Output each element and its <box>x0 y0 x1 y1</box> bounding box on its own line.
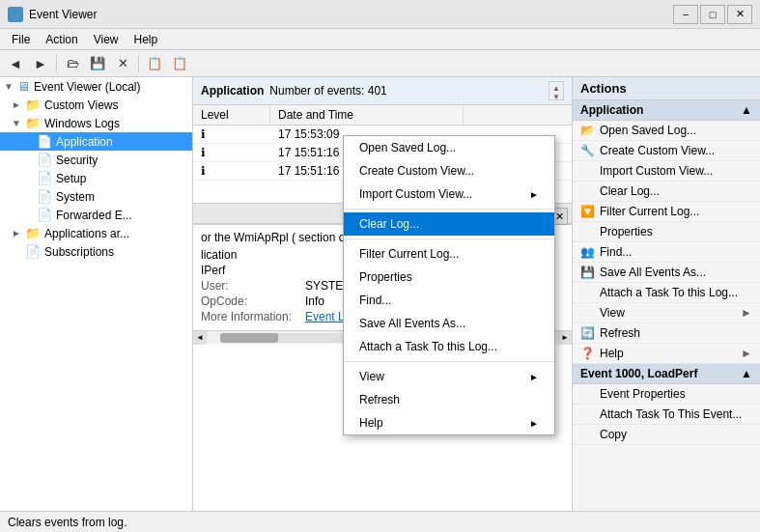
action-save-all[interactable]: 💾 Save All Events As... <box>573 263 760 283</box>
filter-button[interactable]: 📋 <box>143 53 166 74</box>
tree-security[interactable]: 📄 Security <box>0 151 192 169</box>
tree-setup[interactable]: 📄 Setup <box>0 169 192 187</box>
wl-icon: 📁 <box>25 116 41 130</box>
action-help[interactable]: ❓ Help ► <box>573 344 760 364</box>
ctx-filter-label: Filter Current Log... <box>359 247 459 261</box>
window-title: Event Viewer <box>29 8 673 21</box>
tree-application[interactable]: 📄 Application <box>0 132 192 151</box>
open-button[interactable]: 🗁 <box>61 53 84 74</box>
ctx-view-label: View <box>359 370 384 383</box>
action-view-label: View <box>600 306 625 320</box>
main-layout: ▼ 🖥 Event Viewer (Local) ► 📁 Custom View… <box>0 77 760 511</box>
cv-expand-icon: ► <box>12 99 21 110</box>
menu-action[interactable]: Action <box>38 31 85 48</box>
ctx-save-all[interactable]: Save All Events As... <box>344 312 554 335</box>
tree-subscriptions[interactable]: 📄 Subscriptions <box>0 242 192 261</box>
col-header-level[interactable]: Level <box>193 105 270 125</box>
action-open-saved-log[interactable]: 📂 Open Saved Log... <box>573 121 760 141</box>
action-filter-label: Filter Current Log... <box>600 205 699 218</box>
detail-opcode-label: OpCode: <box>201 294 297 308</box>
app-icon <box>8 7 23 22</box>
action-create-label: Create Custom View... <box>600 144 715 157</box>
action-attach-task-log[interactable]: Attach a Task To this Log... <box>573 283 760 303</box>
ctx-properties-label: Properties <box>359 270 412 284</box>
menu-help[interactable]: Help <box>127 31 166 48</box>
action-properties[interactable]: Properties <box>573 222 760 242</box>
ctx-properties[interactable]: Properties <box>344 266 554 289</box>
expand-icon: ▼ <box>4 81 14 92</box>
action-clear-log[interactable]: Clear Log... <box>573 182 760 202</box>
tree-root-label: Event Viewer (Local) <box>34 80 141 94</box>
ctx-refresh-label: Refresh <box>359 393 400 406</box>
tree-windows-logs[interactable]: ▼ 📁 Windows Logs <box>0 114 192 132</box>
action-clear-label: Clear Log... <box>600 184 660 198</box>
apps-icon: 📁 <box>25 226 41 240</box>
ctx-attach-task[interactable]: Attach a Task To this Log... <box>344 335 554 358</box>
clear-button[interactable]: ✕ <box>111 53 134 74</box>
ctx-open-label: Open Saved Log... <box>359 141 456 154</box>
action-event-properties[interactable]: Event Properties <box>573 384 760 405</box>
action-copy[interactable]: Copy <box>573 425 760 445</box>
ctx-sep-3 <box>344 361 554 362</box>
cv-icon: 📁 <box>25 98 41 112</box>
scroll-left-button[interactable]: ◄ <box>193 331 207 345</box>
maximize-button[interactable]: □ <box>700 5 725 24</box>
action-create-icon: 🔧 <box>580 144 595 157</box>
action-filter-log[interactable]: 🔽 Filter Current Log... <box>573 202 760 222</box>
status-bar: Clears events from log. <box>0 511 760 532</box>
fwd-icon: 📄 <box>37 208 52 222</box>
detail-taskcat-value: IPerf <box>201 264 225 277</box>
properties-button[interactable]: 📋 <box>168 53 191 74</box>
app-icon-tree: 📄 <box>37 134 52 149</box>
action-refresh[interactable]: 🔄 Refresh <box>573 323 760 344</box>
scroll-right-button[interactable]: ► <box>558 331 572 345</box>
row2-level: ℹ <box>193 144 270 161</box>
tree-forwarded[interactable]: 📄 Forwarded E... <box>0 206 192 224</box>
close-button[interactable]: ✕ <box>727 5 752 24</box>
ctx-find[interactable]: Find... <box>344 289 554 312</box>
detail-opcode-value: Info <box>305 294 324 308</box>
ctx-filter-log[interactable]: Filter Current Log... <box>344 242 554 266</box>
action-create-custom-view[interactable]: 🔧 Create Custom View... <box>573 141 760 161</box>
save-button[interactable]: 💾 <box>86 53 109 74</box>
menu-file[interactable]: File <box>4 31 38 48</box>
action-help-icon: ❓ <box>580 347 595 360</box>
ctx-view[interactable]: View ► <box>344 365 554 388</box>
menu-view[interactable]: View <box>86 31 127 48</box>
back-button[interactable]: ◄ <box>4 53 27 74</box>
setup-icon: 📄 <box>37 171 52 185</box>
actions-section-app-label: Application <box>580 103 643 117</box>
action-filter-icon: 🔽 <box>580 205 595 218</box>
ctx-refresh[interactable]: Refresh <box>344 388 554 411</box>
action-import-label: Import Custom View... <box>600 164 713 178</box>
ctx-open-saved-log[interactable]: Open Saved Log... <box>344 136 554 159</box>
tree-system[interactable]: 📄 System <box>0 187 192 206</box>
header-scroll[interactable]: ▲ ▼ <box>549 81 564 100</box>
tree-panel: ▼ 🖥 Event Viewer (Local) ► 📁 Custom View… <box>0 77 193 511</box>
col-header-date[interactable]: Date and Time <box>270 105 464 125</box>
tree-applications-and[interactable]: ► 📁 Applications ar... <box>0 224 192 242</box>
scroll-up-icon: ▲ <box>552 84 560 93</box>
actions-section-event[interactable]: Event 1000, LoadPerf ▲ <box>573 364 760 384</box>
ctx-import-custom-view[interactable]: Import Custom View... ► <box>344 182 554 206</box>
scroll-thumb[interactable] <box>220 333 278 343</box>
tree-custom-views[interactable]: ► 📁 Custom Views <box>0 96 192 114</box>
action-find-icon: 👥 <box>580 245 595 259</box>
action-find-label: Find... <box>600 245 632 259</box>
context-menu: Open Saved Log... Create Custom View... … <box>343 135 555 435</box>
forward-button[interactable]: ► <box>29 53 52 74</box>
ctx-help[interactable]: Help ► <box>344 411 554 434</box>
app-header: Application Number of events: 401 ▲ ▼ <box>193 77 572 105</box>
action-import-custom-view[interactable]: Import Custom View... <box>573 161 760 182</box>
action-view[interactable]: View ► <box>573 303 760 323</box>
ctx-clear-log[interactable]: Clear Log... <box>344 212 554 236</box>
ctx-create-custom-view[interactable]: Create Custom View... <box>344 159 554 182</box>
actions-section-app-collapse: ▲ <box>741 103 752 117</box>
menu-bar: File Action View Help <box>0 29 760 50</box>
ctx-sep-2 <box>344 238 554 239</box>
minimize-button[interactable]: − <box>673 5 698 24</box>
action-find[interactable]: 👥 Find... <box>573 242 760 263</box>
actions-section-application[interactable]: Application ▲ <box>573 100 760 121</box>
tree-root[interactable]: ▼ 🖥 Event Viewer (Local) <box>0 77 192 96</box>
action-attach-task-event[interactable]: Attach Task To This Event... <box>573 405 760 425</box>
